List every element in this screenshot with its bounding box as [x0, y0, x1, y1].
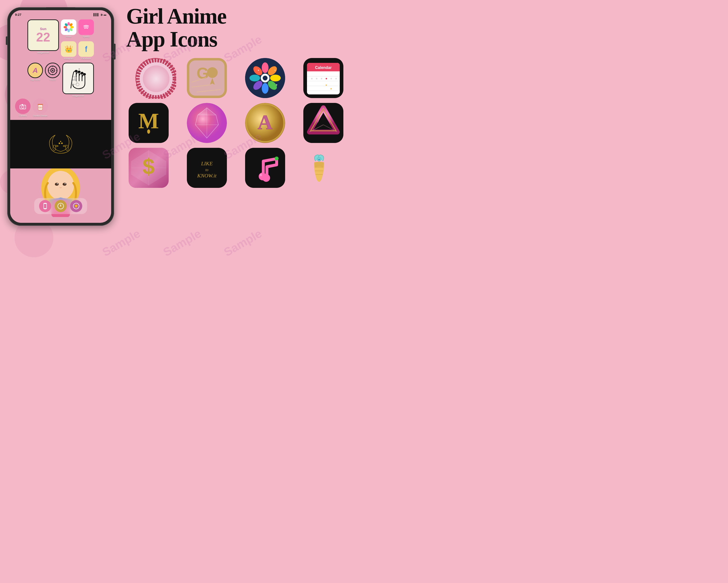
appstore-a-svg: A — [245, 103, 285, 143]
widget-date: 22 — [36, 31, 50, 44]
appstore-gem-svg — [187, 103, 227, 143]
moon-cat-section — [10, 120, 111, 169]
app-photo[interactable]: Photo — [61, 19, 76, 38]
app-vsco[interactable]: VSCO — [45, 62, 60, 81]
camera-icon — [15, 99, 31, 114]
svg-point-88 — [262, 83, 269, 94]
instagram-icon: 👑 — [61, 41, 76, 57]
app-facebook[interactable]: f Facebook — [78, 41, 94, 60]
icon-appstore-a[interactable]: A — [245, 103, 298, 143]
icon-google-maps[interactable]: G — [187, 58, 240, 98]
row-2: A App Store — [12, 62, 109, 97]
right-section: Girl Anime App Icons — [121, 0, 364, 292]
svg-point-23 — [75, 70, 78, 72]
svg-text:$: $ — [142, 154, 155, 179]
svg-point-66 — [45, 208, 46, 209]
app-row-1: Sun 22 Widgetsmith — [12, 19, 109, 61]
app-store-letter: A — [32, 66, 38, 75]
svg-point-56 — [47, 171, 74, 200]
svg-point-17 — [52, 70, 53, 71]
svg-point-146 — [260, 174, 262, 176]
app-store-label: App Store — [30, 79, 40, 81]
phone-mockup: 9:27 ▌▌▌ ◑ ▬ Sun 22 Wid — [7, 7, 114, 226]
svg-point-10 — [82, 23, 90, 31]
svg-rect-143 — [245, 148, 285, 188]
svg-point-75 — [143, 66, 170, 92]
svg-point-25 — [81, 72, 83, 74]
dunkin-svg: DD — [34, 100, 46, 112]
icon-google-drive[interactable] — [303, 103, 357, 143]
appstore-gem-icon — [187, 103, 227, 143]
svg-point-3 — [70, 26, 74, 28]
dock — [34, 198, 87, 214]
widget-widgetsmith-1[interactable]: Sun 22 Widgetsmith — [27, 19, 59, 61]
svg-point-5 — [68, 29, 70, 32]
icon-candy[interactable] — [303, 148, 357, 188]
home-screen: Sun 22 Widgetsmith — [10, 18, 111, 120]
music-svg — [245, 148, 285, 188]
app-store-icon: A — [27, 62, 43, 78]
svg-point-7 — [63, 26, 67, 28]
status-bar: 9:27 ▌▌▌ ◑ ▬ — [10, 10, 111, 18]
icon-photos[interactable]: + ✦ ✦ — [245, 58, 298, 98]
app-dunkin[interactable]: DD Dunkin Donuts — [32, 99, 48, 117]
svg-text:·: · — [71, 74, 71, 76]
moon-cat-svg — [43, 128, 79, 160]
dunkin-label: Dunkin Donuts — [33, 115, 47, 117]
col-right-top: Photo — [61, 19, 94, 61]
battery-icon: ▬ — [104, 13, 106, 16]
icon-appstore-gem[interactable] — [187, 103, 240, 143]
signal-icon: ▌▌▌ — [94, 13, 99, 16]
icon-liketoknow[interactable]: LIKE to KNOW.it — [187, 148, 240, 188]
svg-text:★: ★ — [325, 84, 327, 86]
app-app-store[interactable]: A App Store — [27, 62, 43, 81]
svg-point-109 — [326, 78, 327, 79]
icon-vsco-ring[interactable] — [129, 58, 182, 98]
phone-screen: 9:27 ▌▌▌ ◑ ▬ Sun 22 Wid — [10, 10, 111, 223]
compass-icon — [57, 203, 64, 209]
svg-text:to: to — [205, 168, 208, 172]
widgetsmith-2-label: Widgetsmith — [72, 95, 84, 97]
dock-compass[interactable] — [55, 200, 67, 212]
instagram-label: Instagram — [64, 57, 74, 60]
icon-music[interactable] — [245, 148, 298, 188]
svg-text:👑: 👑 — [64, 45, 73, 53]
app-instagram[interactable]: 👑 Instagram — [61, 41, 76, 60]
vsco-ring-svg — [136, 59, 176, 99]
candy-svg — [303, 148, 343, 188]
app-widgetsmith-2[interactable]: ✦ · · Widgetsmith — [62, 62, 94, 97]
calendar-svg: Calendar ★ ★ — [303, 58, 343, 98]
svg-point-9 — [67, 25, 70, 29]
svg-point-145 — [262, 174, 270, 182]
app-spotify[interactable]: Spotify — [78, 19, 94, 38]
svg-point-26 — [83, 73, 86, 75]
dock-phone[interactable] — [39, 200, 51, 212]
svg-point-110 — [331, 78, 332, 79]
dunkin-icon: DD — [32, 99, 48, 114]
dock-star[interactable] — [70, 200, 82, 212]
photo-icon — [61, 19, 76, 35]
photos-svg: + ✦ ✦ — [245, 58, 285, 98]
liketoknow-svg: LIKE to KNOW.it — [187, 148, 227, 188]
facebook-label: Facebook — [81, 57, 91, 60]
app-camera[interactable]: Camera — [15, 99, 31, 117]
icon-calendar[interactable]: Calendar ★ ★ — [303, 58, 357, 98]
svg-text:✦: ✦ — [257, 69, 260, 72]
icon-gmail[interactable]: M — [129, 103, 182, 143]
camera-label: Camera — [19, 115, 27, 117]
svg-point-147 — [275, 156, 279, 160]
phone-icon — [42, 203, 49, 209]
svg-rect-37 — [22, 104, 23, 105]
svg-marker-72 — [74, 204, 78, 208]
widgetsmith-large-icon: ✦ · · — [62, 62, 94, 94]
status-icons: ▌▌▌ ◑ ▬ — [94, 13, 106, 16]
svg-text:+: + — [274, 69, 276, 72]
main-title: Girl Anime App Icons — [126, 5, 359, 51]
spotify-label: Spotify — [83, 35, 89, 38]
svg-point-59 — [57, 183, 58, 184]
icon-cash[interactable]: $ — [129, 148, 182, 188]
photos-icon: + ✦ ✦ — [245, 58, 285, 98]
svg-point-58 — [62, 183, 67, 186]
spotify-icon — [78, 19, 94, 35]
vsco-label: VSCO — [50, 79, 56, 81]
